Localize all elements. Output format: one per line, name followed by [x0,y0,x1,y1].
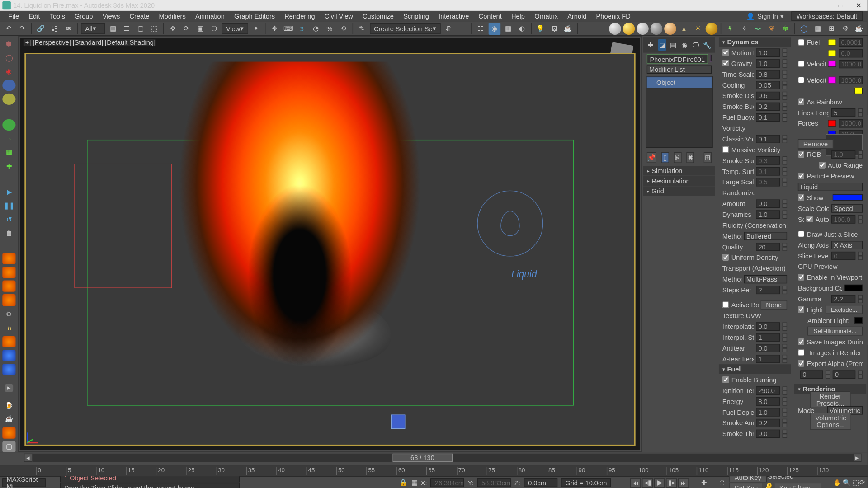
make-unique-icon[interactable]: ⎘ [674,152,681,163]
burning-icon[interactable] [2,281,15,292]
rgb-check[interactable] [798,151,805,158]
bgcolor-swatch[interactable] [844,285,863,291]
ocean-icon[interactable] [2,350,15,361]
create-tab-icon[interactable]: ✚ [647,39,655,51]
rollout-resimulation[interactable]: ▸Resimulation [643,176,715,186]
isolate-icon[interactable]: ▦ [411,479,417,486]
expand-icon[interactable]: ▸ [5,384,14,392]
move-button[interactable]: ✥ [167,23,179,35]
energy-val[interactable]: 8.0 [756,397,780,405]
exportalpha-check[interactable] [798,360,805,367]
menu-help[interactable]: Help [506,11,529,22]
setkey-button[interactable]: Set Key [729,483,763,488]
savefrom1-val[interactable]: 0 [800,370,823,379]
rect-region-button[interactable]: ▢ [134,23,146,35]
angle-snap-button[interactable]: ◔ [310,23,322,35]
motion-inertia-val[interactable]: 1.0 [756,48,780,57]
scale-button[interactable]: ▣ [194,23,207,35]
ignition-val[interactable]: 290.0 [756,386,780,395]
slider-prev-button[interactable]: ◂ [24,454,33,462]
cup-icon[interactable]: ☕ [2,413,15,425]
uniformdensity-check[interactable] [722,254,729,261]
keyboard-shortcut-button[interactable]: ⌨ [282,23,294,35]
interp-val[interactable]: 0.0 [756,322,780,331]
menu-customize[interactable]: Customize [358,11,398,22]
filter-select[interactable]: All ▾ [81,23,105,34]
rollout-grid[interactable]: ▸Grid [643,186,715,196]
cross-icon[interactable]: ✚ [2,160,15,172]
gravity-check[interactable] [722,60,729,67]
viewport-content[interactable]: Liquid [24,53,635,446]
liquid-select[interactable]: Liquid [798,183,863,191]
smoke-icon[interactable] [2,295,15,306]
align-button[interactable]: ≡ [456,23,468,35]
sphere1-icon[interactable] [609,23,621,35]
x-coord[interactable]: 26.384cm [431,478,464,487]
modifier-stack[interactable]: Object [646,76,713,148]
menu-group[interactable]: Group [70,11,98,22]
strand-icon[interactable]: ⫘ [752,23,764,35]
link-button[interactable]: 🔗 [35,23,47,35]
scalemax-auto-check[interactable] [807,216,813,222]
beer-icon[interactable]: 🍺 [2,399,15,411]
menu-interactive[interactable]: Interactive [434,11,474,22]
grass-icon[interactable]: ⚘ [724,23,736,35]
drawslice-check[interactable] [798,231,805,238]
maximize-button[interactable]: ▭ [834,1,847,10]
particlepreview-check[interactable] [798,173,805,179]
viewport-label[interactable]: [+] [Perspective] [Standard] [Default Sh… [24,39,156,46]
pause-icon[interactable]: ❚❚ [2,200,15,211]
pin-stack-icon[interactable]: 📌 [647,152,656,163]
z-coord[interactable]: 0.0cm [524,478,557,487]
spinner[interactable] [782,48,787,57]
smokediss-val[interactable]: 0.6 [756,91,780,100]
velocity-swatch[interactable] [828,61,836,67]
close-button[interactable]: ✕ [852,1,865,10]
rollout-fuel[interactable]: ▾Fuel [719,364,791,374]
smokeamt-val[interactable]: 0.2 [756,418,780,427]
menu-arnold[interactable]: Arnold [563,11,591,22]
rollout-simulation[interactable]: ▸Simulation [643,166,715,175]
timescale-val[interactable]: 0.8 [756,70,780,78]
steps-val[interactable]: 2 [756,286,780,294]
render-button[interactable]: ☕ [562,23,574,35]
menu-edit[interactable]: Edit [24,11,45,22]
drop-icon[interactable] [2,80,15,91]
massivevort-check[interactable] [722,146,729,153]
imagessize-check[interactable] [798,349,805,356]
show-end-result-icon[interactable]: ▯ [661,152,669,163]
hierarchy-tab-icon[interactable]: ▤ [670,39,677,51]
render-frame-button[interactable]: 🖼 [548,23,561,35]
stack-item-object[interactable]: Object [646,77,712,89]
lock-selection-icon[interactable]: 🔒 [399,479,408,486]
sphere5-icon[interactable] [664,23,676,35]
keyfilters-button[interactable]: Key Filters... [774,483,821,488]
torus-icon[interactable]: ◯ [2,52,15,63]
velstream-swatch1[interactable] [828,77,836,84]
modifier-list-dropdown[interactable]: Modifier List [647,65,712,74]
motion-tab-icon[interactable]: ◉ [681,39,689,51]
link-fire-icon[interactable] [2,427,15,438]
redo-button[interactable]: ↷ [16,23,28,35]
motion-inertia-check[interactable] [722,49,729,56]
window-crossing-button[interactable]: ⬚ [148,23,160,35]
zoom-extents-button[interactable]: 🔍 [843,479,851,486]
menu-rendering[interactable]: Rendering [280,11,320,22]
y-coord[interactable]: 58.983cm [477,478,511,487]
gravity-val[interactable]: 1.0 [756,59,780,68]
quality-val[interactable]: 20 [756,242,780,251]
grid-icon[interactable]: ▦ [811,23,824,35]
fuel-swatch2[interactable] [828,50,836,56]
select-button[interactable]: ▤ [107,23,119,35]
next-frame-button[interactable]: ▮▸ [666,478,677,487]
sim-icon[interactable]: ⚙ [839,23,851,35]
velstream-check[interactable] [798,77,805,84]
gear-icon[interactable]: ⚙ [2,308,15,319]
time-ruler[interactable]: 0510152025303540455055606570758085909510… [0,465,868,476]
candle-icon[interactable]: 🕯 [2,322,15,333]
hair-icon[interactable]: ✧ [738,23,750,35]
activebodies-check[interactable] [722,301,729,308]
smokebuoy-val[interactable]: 0.2 [756,102,780,111]
pivot-button[interactable]: ✦ [250,23,262,35]
time-config-icon[interactable]: ⏱ [719,479,726,486]
